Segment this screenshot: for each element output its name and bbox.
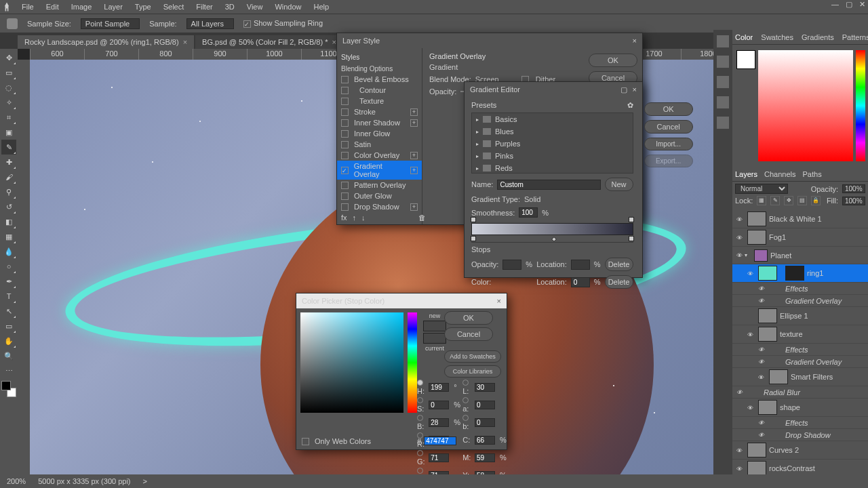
opacity-stop[interactable] [471,217,476,222]
visibility-icon[interactable] [734,465,745,472]
close-icon[interactable]: ✕ [859,0,865,9]
style-item[interactable]: Satin [337,139,422,150]
blur-tool[interactable]: 💧 [1,244,16,259]
menu-view[interactable]: View [241,1,269,12]
cancel-button[interactable]: Cancel [444,327,493,341]
add-icon[interactable]: + [410,152,418,159]
shape-tool[interactable]: ▭ [1,319,16,333]
zoom-level[interactable]: 200% [7,477,26,485]
preset-folder[interactable]: ▸Pinks [472,150,633,162]
visibility-icon[interactable] [745,331,755,338]
eyedropper-tool[interactable]: ✎ [1,140,16,155]
layer-row[interactable]: Gradient Overlay [732,295,868,307]
folder-arrow-icon[interactable]: ▸ [476,117,479,123]
visibility-icon[interactable] [755,346,766,353]
add-swatches-button[interactable]: Add to Swatches [444,350,501,363]
a-radio[interactable] [462,397,469,403]
style-checkbox[interactable] [341,76,349,83]
menu-3d[interactable]: 3D [220,1,240,12]
style-checkbox[interactable] [341,203,349,211]
visibility-icon[interactable] [745,404,755,411]
s-radio[interactable] [417,397,423,403]
gradient-name-input[interactable] [497,180,600,190]
doc-tab-0[interactable]: Rocky Landscape.psd @ 200% (ring1, RGB/8… [18,35,194,49]
visibility-icon[interactable] [734,251,745,259]
lock-position[interactable]: ✎ [770,196,780,205]
current-color-swatch[interactable] [423,333,446,344]
ok-button[interactable]: OK [644,102,693,116]
style-checkbox[interactable] [341,130,349,138]
sample-dropdown[interactable]: All Layers [186,18,234,29]
tab-gradients[interactable]: Gradients [802,33,834,41]
layer-row[interactable]: Curves 2 [732,441,868,460]
eraser-tool[interactable]: ◧ [1,214,16,229]
brush-tool[interactable]: 🖌 [1,169,16,184]
export-button[interactable]: Export... [644,155,693,167]
style-item[interactable]: Texture [337,96,422,106]
current-tool-icon[interactable] [7,18,18,29]
style-item[interactable]: Pattern Overlay [337,180,422,190]
style-item[interactable]: Color Overlay+ [337,150,422,161]
menu-image[interactable]: Image [66,1,98,12]
visibility-icon[interactable] [734,216,745,223]
preset-folder[interactable]: ▸Reds [472,162,633,174]
folder-arrow-icon[interactable]: ▸ [476,141,479,147]
l-input[interactable] [475,383,495,392]
folder-arrow-icon[interactable]: ▾ [745,252,751,258]
preset-folder[interactable]: ▸Blues [472,125,633,138]
pen-tool[interactable]: ✒ [1,274,16,289]
home-button[interactable] [4,1,15,12]
layer-row[interactable]: Effects [732,283,868,295]
panel-icon[interactable] [717,76,729,88]
menu-filter[interactable]: Filter [191,1,218,12]
move-tool[interactable]: ✥ [1,50,16,65]
visibility-icon[interactable] [755,431,766,439]
g-radio[interactable] [417,450,423,456]
layer-row[interactable]: ring1 [732,264,868,283]
layer-row[interactable]: rocksContrast [732,460,868,474]
bl-radio[interactable] [417,468,423,474]
tab-color[interactable]: Color [735,33,753,41]
color-stop[interactable] [629,236,634,241]
tab-paths[interactable]: Paths [803,170,822,178]
frame-tool[interactable]: ▣ [1,125,16,140]
panel-icon[interactable] [717,56,729,68]
stop-location[interactable] [571,260,590,270]
stop-opacity[interactable] [502,260,521,270]
layer-row[interactable]: Drop Shadow [732,429,868,441]
visibility-icon[interactable] [755,297,766,304]
layer-row[interactable]: Radial Blur [732,386,868,399]
style-checkbox[interactable] [341,98,349,105]
style-checkbox[interactable] [341,167,349,174]
maximize-icon[interactable]: ▢ [846,0,852,9]
delete-button[interactable]: Delete [605,275,633,289]
m-input[interactable] [475,453,495,462]
b2-input[interactable] [475,418,495,427]
ok-button[interactable]: OK [444,311,493,325]
visibility-icon[interactable] [755,285,766,292]
style-checkbox[interactable] [341,152,349,159]
lock-pixels[interactable]: ▦ [757,196,766,205]
lock[interactable]: 🔒 [811,196,821,205]
opacity-input[interactable] [842,184,865,193]
color-libraries-button[interactable]: Color Libraries [444,365,501,378]
color-field[interactable] [300,312,403,413]
history-brush-tool[interactable]: ↺ [1,199,16,214]
l-radio[interactable] [462,380,469,386]
panel-icon[interactable] [717,35,729,47]
heal-tool[interactable]: ✚ [1,155,16,169]
trash-icon[interactable]: 🗑 [418,214,426,222]
close-tab-icon[interactable]: × [332,38,336,46]
style-checkbox[interactable] [341,108,349,116]
close-tab-icon[interactable]: × [183,38,187,46]
lock-nest[interactable]: ▤ [797,196,807,205]
add-icon[interactable]: + [410,167,418,174]
gradient-tool[interactable]: ▦ [1,229,16,244]
visibility-icon[interactable] [734,234,745,241]
layer-row[interactable]: Black & White 1 [732,210,868,228]
lasso-tool[interactable]: ◌ [1,80,16,95]
color-location[interactable] [571,277,590,287]
style-checkbox[interactable] [341,119,349,127]
fx-icon[interactable]: fx [341,214,347,222]
doc-dimensions[interactable]: 5000 px x 3335 px (300 ppi) [38,477,130,485]
